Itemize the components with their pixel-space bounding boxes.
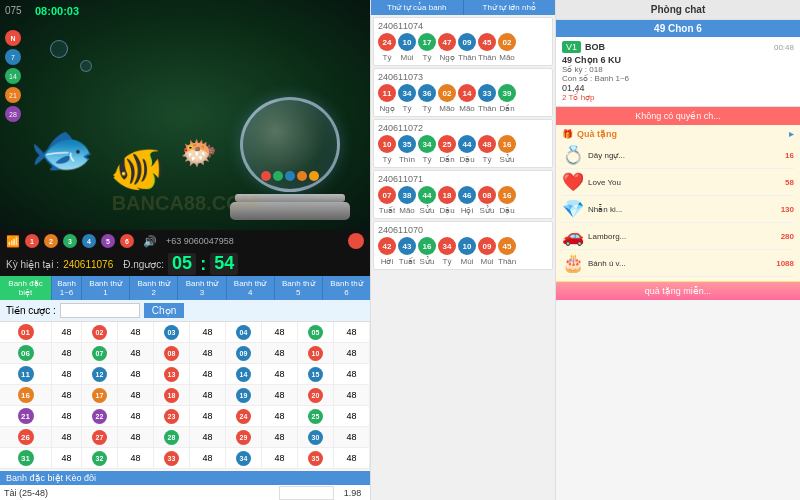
results-tabs: Thứ tự của banh Thứ tự lớn nhỏ [371, 0, 555, 15]
gift-label: Quà tặng [577, 129, 617, 139]
gift-icon: 🎁 [562, 129, 573, 139]
bubble1 [50, 40, 68, 58]
header-special: Banh đặc biệt [0, 276, 52, 300]
fish3-icon: 🐡 [180, 135, 217, 170]
chat-time: 00:48 [774, 43, 794, 52]
results-list: 24061107424101747094502TýMùiTýNgọThânThâ… [371, 15, 555, 500]
game-detail: 49 Chọn 6 KU [562, 55, 794, 65]
record-button[interactable] [348, 233, 364, 249]
header-b3: Banh thứ 3 [178, 276, 226, 300]
so-ky: Số kỳ : 018 [562, 65, 794, 74]
table-row: 21482248234824482548 [0, 406, 370, 427]
result-nums: 01,44 [562, 83, 794, 93]
tab-order[interactable]: Thứ tự của banh [371, 0, 464, 15]
keodoi-input[interactable] [279, 486, 334, 500]
v1-badge: V1 [562, 41, 581, 53]
header-b6: Banh thứ 6 [323, 276, 370, 300]
num-badge-5[interactable]: 5 [101, 234, 115, 248]
keodoi-rows: Tài (25-48)1.98Xỉu (01-24)1.98Tổng số Tà… [0, 485, 370, 500]
video-controls: 📶 1 2 3 4 5 6 🔊 +63 9060047958 [0, 230, 370, 252]
keodoi-header: Banh đặc biệt Kèo đôi [0, 471, 370, 485]
chon-button[interactable]: Chọn [144, 303, 184, 318]
gift-section: 🎁 Quà tặng ▸ 💍Dây ngự...16❤️Love You58💎N… [556, 125, 800, 282]
gift-item: 💍Dây ngự...16 [562, 142, 794, 169]
timer-seconds: 54 [210, 253, 238, 275]
no-permission-banner: Không có quyền ch... [556, 107, 800, 125]
betting-area: Banh đặc biệt Banh 1~6 Banh thứ 1 Banh t… [0, 276, 370, 500]
header-b16: Banh 1~6 [52, 276, 82, 300]
result-entry: 24061107042431634100945HờiTuấtSửuTýMùiMù… [373, 221, 553, 270]
keodoi-row: Tài (25-48)1.98 [0, 485, 370, 500]
tien-cuoc-input[interactable] [60, 303, 140, 318]
table-row: 06480748084809481048 [0, 343, 370, 364]
header-b1: Banh thứ 1 [82, 276, 130, 300]
table-row: 16481748184819482048 [0, 385, 370, 406]
timer-minutes: 05 [168, 253, 196, 275]
num-badge-4[interactable]: 4 [82, 234, 96, 248]
header-b5: Banh thứ 5 [275, 276, 323, 300]
gift-header: 🎁 Quà tặng ▸ [562, 129, 794, 139]
table-row: 01480248034804480548 [0, 322, 370, 343]
ky-hien-tai-bar: Kỳ hiện tại : 240611076 Đ.ngược: 05 : 54 [0, 252, 370, 276]
qua-tang-button[interactable]: quà tặng miễn... [556, 282, 800, 300]
result-entry: 24061107107384418460816TuấtMãoSửuDậuHộiS… [373, 170, 553, 219]
header-b4: Banh thứ 4 [227, 276, 275, 300]
gift-expand-icon[interactable]: ▸ [789, 129, 794, 139]
bet-rows: 0148024803480448054806480748084809481048… [0, 322, 370, 469]
fish2-icon: 🐠 [110, 143, 165, 195]
result-entry: 24061107311343602143339NgọTýTýMãoMãoThân… [373, 68, 553, 117]
ky-value: 240611076 [63, 259, 113, 270]
chat-username: BOB [585, 42, 605, 52]
keodoi-title: Banh đặc biệt Kèo đôi [6, 473, 96, 483]
results-column: Thứ tự của banh Thứ tự lớn nhỏ 240611074… [370, 0, 555, 500]
gift-item: 🎂Bánh ú v...1088 [562, 250, 794, 277]
table-row: 11481248134814481548 [0, 364, 370, 385]
signal-icon: 📶 [6, 235, 20, 248]
bet-table-header: Banh đặc biệt Banh 1~6 Banh thứ 1 Banh t… [0, 276, 370, 300]
tien-cuoc-row: Tiền cược : Chọn [0, 300, 370, 322]
bubble2 [80, 60, 92, 72]
machine-balls [251, 171, 329, 181]
right-header: Phòng chat [556, 0, 800, 20]
right-column: Phòng chat 49 Chon 6 V1 BOB 00:48 49 Chọ… [555, 0, 800, 500]
num-badge-6[interactable]: 6 [120, 234, 134, 248]
fish1-icon: 🐟 [30, 119, 95, 180]
header-b2: Banh thứ 2 [130, 276, 178, 300]
gift-items: 💍Dây ngự...16❤️Love You58💎Nhẫn ki...130🚗… [562, 142, 794, 277]
nguoc-label: Đ.ngược: [123, 259, 164, 270]
num-badge-3[interactable]: 3 [63, 234, 77, 248]
tien-cuoc-label: Tiền cược : [6, 305, 56, 316]
watermark: BANCA88.COM [112, 192, 259, 215]
keodoi-section: Banh đặc biệt Kèo đôi Tài (25-48)1.98Xỉu… [0, 471, 370, 500]
gift-item: ❤️Love You58 [562, 169, 794, 196]
phone-info: +63 9060047958 [166, 236, 234, 246]
result-entry: 24061107424101747094502TýMùiTýNgọThânThâ… [373, 17, 553, 66]
con-so: Con số : Banh 1~6 [562, 74, 794, 83]
ticket-num: 075 [5, 5, 22, 16]
timer-separator: : [200, 254, 206, 275]
left-column: 075 08:00:03 🐟 🐠 🐡 [0, 0, 370, 500]
left-balls-column: N 7 14 21 28 [5, 30, 21, 122]
main-page: 075 08:00:03 🐟 🐠 🐡 [0, 0, 800, 500]
chat-entry: V1 BOB 00:48 49 Chọn 6 KU Số kỳ : 018 Co… [556, 37, 800, 107]
num-badge-1[interactable]: 1 [25, 234, 39, 248]
volume-icon[interactable]: 🔊 [143, 235, 157, 248]
video-timer: 08:00:03 [35, 5, 79, 17]
gift-item: 💎Nhẫn ki...130 [562, 196, 794, 223]
result-entry: 24061107210353425444816TýThìnTýDầnDậuTýS… [373, 119, 553, 168]
to-hop: 2 Tổ hợp [562, 93, 794, 102]
table-row: 26482748284829483048 [0, 427, 370, 448]
ky-label: Kỳ hiện tại : [6, 259, 59, 270]
table-row: 31483248334834483548 [0, 448, 370, 469]
tab-size[interactable]: Thứ tự lớn nhỏ [464, 0, 556, 15]
gift-item: 🚗Lamborg...280 [562, 223, 794, 250]
game-title: 49 Chon 6 [556, 20, 800, 37]
video-area: 075 08:00:03 🐟 🐠 🐡 [0, 0, 370, 230]
num-badge-2[interactable]: 2 [44, 234, 58, 248]
